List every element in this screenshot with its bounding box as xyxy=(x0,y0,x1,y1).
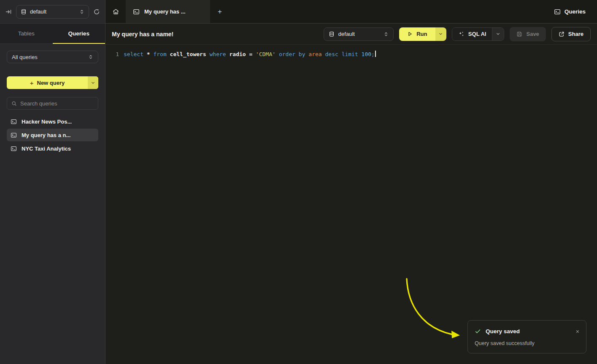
sql-token: order by xyxy=(279,51,308,57)
save-icon xyxy=(516,31,522,37)
sql-editor[interactable]: 1 select * from cell_towers where radio … xyxy=(105,45,597,59)
query-item-label: My query has a n... xyxy=(22,132,70,138)
toast-close-button[interactable]: × xyxy=(576,329,579,334)
sql-token: * xyxy=(147,51,154,57)
share-label: Share xyxy=(568,31,583,37)
toolbar-database-value: default xyxy=(338,31,355,37)
console-icon xyxy=(133,8,140,15)
share-icon xyxy=(559,31,565,37)
query-list-item-active[interactable]: My query has a n... xyxy=(7,129,98,141)
database-select-value: default xyxy=(30,8,46,15)
text-cursor xyxy=(375,51,376,57)
toast-title: Query saved xyxy=(486,328,520,334)
chevron-down-icon xyxy=(438,32,443,36)
home-icon xyxy=(112,8,119,15)
tab-tables[interactable]: Tables xyxy=(0,24,53,43)
refresh-button[interactable] xyxy=(93,8,100,15)
query-filter-select[interactable]: All queries xyxy=(7,51,98,63)
query-list-item[interactable]: NYC Taxi Analytics xyxy=(7,142,98,155)
sql-token: from xyxy=(153,51,170,57)
left-panel: default Tables xyxy=(0,0,105,364)
run-button[interactable]: Run xyxy=(399,27,446,41)
sql-token: select xyxy=(124,51,147,57)
tab-tables-label: Tables xyxy=(18,30,35,37)
console-icon xyxy=(11,132,17,138)
new-query-dropdown[interactable] xyxy=(88,76,98,89)
query-item-label: Hacker News Pos... xyxy=(22,119,72,125)
new-query-label: New query xyxy=(37,80,65,86)
toolbar-database-select[interactable]: default xyxy=(324,27,394,41)
database-select[interactable]: default xyxy=(16,5,89,19)
console-icon xyxy=(11,119,17,125)
editor-tab-active[interactable]: My query has ... xyxy=(126,0,210,23)
play-icon xyxy=(407,31,413,37)
topbar-spacer xyxy=(230,0,554,23)
sql-console-app: default Tables xyxy=(0,0,597,364)
plus-icon: + xyxy=(30,79,34,86)
query-item-label: NYC Taxi Analytics xyxy=(22,146,71,152)
main-panel: My query has ... + Queries My query has … xyxy=(105,0,597,364)
queries-indicator-label: Queries xyxy=(565,8,586,15)
sql-token: limit xyxy=(342,51,362,57)
plus-icon: + xyxy=(218,8,222,16)
run-label: Run xyxy=(416,31,427,37)
chevron-down-icon xyxy=(91,81,95,85)
query-title: My query has a name! xyxy=(112,31,173,38)
sidebar-tabs: Tables Queries xyxy=(0,24,105,44)
toast-body: Query saved successfully xyxy=(475,340,579,346)
sql-token: radio xyxy=(229,51,249,57)
query-list-item[interactable]: Hacker News Pos... xyxy=(7,115,98,128)
sql-token: 100 xyxy=(362,51,371,57)
sql-token: 'CDMA' xyxy=(256,51,279,57)
sql-token: ; xyxy=(371,51,375,57)
check-icon xyxy=(475,328,481,334)
sparkles-icon xyxy=(458,31,465,37)
console-icon xyxy=(11,146,17,152)
run-button-main[interactable]: Run xyxy=(399,27,435,41)
sql-token: area xyxy=(308,51,325,57)
tab-queries[interactable]: Queries xyxy=(53,24,105,43)
save-label: Save xyxy=(526,31,539,37)
sql-ai-button[interactable]: SQL AI xyxy=(452,27,505,41)
query-list: Hacker News Pos... My query has a n... xyxy=(7,115,98,155)
new-tab-button[interactable]: + xyxy=(210,0,230,23)
search-queries-input[interactable] xyxy=(20,100,95,107)
database-icon xyxy=(329,31,335,37)
toast-notification: Query saved × Query saved successfully xyxy=(467,320,586,353)
queries-indicator[interactable]: Queries xyxy=(554,0,597,23)
sidebar-content: All queries + New query xyxy=(0,44,105,162)
run-dropdown[interactable] xyxy=(435,27,446,41)
main-topbar: My query has ... + Queries xyxy=(105,0,597,24)
refresh-icon xyxy=(93,8,100,15)
new-query-button[interactable]: + New query xyxy=(7,76,98,89)
collapse-sidebar-icon xyxy=(5,8,12,15)
query-filter-value: All queries xyxy=(12,54,38,60)
sql-token: = xyxy=(249,51,256,57)
save-button[interactable]: Save xyxy=(510,27,546,41)
share-button[interactable]: Share xyxy=(551,27,591,41)
sql-ai-main[interactable]: SQL AI xyxy=(452,28,492,40)
sql-token: cell_towers xyxy=(170,51,210,57)
sql-ai-dropdown[interactable] xyxy=(492,28,504,40)
sql-token: desc xyxy=(325,51,342,57)
console-icon xyxy=(554,8,561,15)
toast-header: Query saved × xyxy=(475,328,579,334)
chevron-updown-icon xyxy=(79,9,84,14)
database-icon xyxy=(21,9,27,15)
editor-tab-label: My query has ... xyxy=(144,8,186,15)
sql-ai-label: SQL AI xyxy=(468,31,486,37)
search-queries-box xyxy=(7,97,98,110)
chevron-updown-icon xyxy=(384,32,389,37)
chevron-down-icon xyxy=(496,32,500,36)
sql-token: where xyxy=(210,51,230,57)
sql-code-line: select * from cell_towers where radio = … xyxy=(124,50,376,59)
collapse-sidebar-button[interactable] xyxy=(5,8,12,15)
tab-queries-label: Queries xyxy=(68,30,89,37)
home-button[interactable] xyxy=(105,0,126,23)
new-query-main[interactable]: + New query xyxy=(7,76,88,89)
query-toolbar: My query has a name! default xyxy=(105,24,597,45)
chevron-updown-icon xyxy=(88,54,93,59)
left-topbar: default xyxy=(0,0,105,24)
search-icon xyxy=(11,101,17,106)
line-number: 1 xyxy=(110,50,119,59)
